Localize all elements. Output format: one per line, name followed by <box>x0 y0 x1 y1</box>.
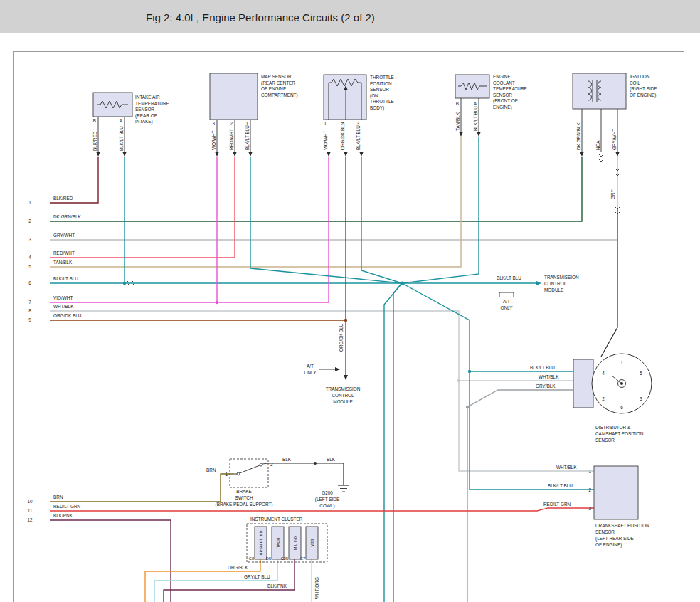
row-number: 5 <box>28 264 31 269</box>
distributor-terminal: 4 <box>602 371 605 376</box>
cluster-item-label: UPSHIFT IND <box>259 530 263 555</box>
cluster-item-label: VSS <box>310 539 314 546</box>
ect-sensor-box <box>455 75 489 98</box>
org-dk-blu-wire-label: ORG/DK BLU <box>339 323 344 352</box>
row-number: 9 <box>28 317 31 322</box>
row-number: 2 <box>28 218 31 223</box>
cluster-connector: C25 <box>281 556 288 561</box>
row-number: 1 <box>28 200 31 205</box>
cluster-wire-label: GRY/LT BLU <box>244 574 270 579</box>
cluster-wire-label: WHT/ORG <box>314 577 319 599</box>
row-label: BLK/LT BLU <box>53 276 78 281</box>
brake-pin-2: 2 <box>270 462 273 467</box>
ect-wire-label: TAN/BLK <box>455 112 460 131</box>
map-wire-label: VIO/WHT <box>211 131 216 150</box>
map-pin-1: 1 <box>245 121 248 126</box>
distributor-wire-label: WHT/BLK <box>539 374 559 379</box>
tps-wire-label: BLK/LT BLU <box>356 125 361 150</box>
iat-pin-a: A <box>120 118 123 123</box>
row-label: BLK/RED <box>53 196 73 201</box>
row-label: DK GRN/BLK <box>53 214 81 219</box>
ect-pin-a: A <box>474 101 477 106</box>
brake-pin-1: 1 <box>225 472 228 477</box>
map-wire-label: RED/WHT <box>229 129 234 150</box>
splice-dot <box>466 406 469 408</box>
splice-dot <box>123 282 126 285</box>
ect-pin-b: B <box>456 101 459 106</box>
iat-wire-label: BLK/RED <box>92 131 97 151</box>
distributor-terminal: 1 <box>620 360 623 365</box>
figure-title: Fig 2: 4.0L, Engine Performance Circuits… <box>146 11 375 23</box>
row-number: 7 <box>28 300 31 305</box>
iat-pin-b: B <box>93 118 96 123</box>
ignition-coil-box <box>573 73 626 109</box>
row-label: BLK/PNK <box>53 513 73 518</box>
cluster-title: INSTRUMENT CLUSTER <box>250 517 303 522</box>
at-only-note: ONLY <box>501 305 514 310</box>
cluster-item-label: TACH <box>276 538 280 549</box>
map-pin-3: 3 <box>212 121 215 126</box>
row-label: ORG/DK BLU <box>53 313 82 318</box>
splice-dot <box>468 370 471 373</box>
crank-pin: 3 <box>588 506 591 511</box>
wiring-diagram-page: Fig 2: 4.0L, Engine Performance Circuits… <box>0 0 700 602</box>
row-label: GRY/WHT <box>53 233 75 238</box>
tps-sensor-box <box>324 75 366 120</box>
blk-wire-label: BLK <box>282 457 292 462</box>
at-only-note: A/T <box>503 299 510 304</box>
tps-pin-3: 3 <box>356 121 359 126</box>
row-number: 11 <box>28 508 33 513</box>
crank-pin: 2 <box>588 487 591 492</box>
at-only-note: ONLY <box>304 370 317 375</box>
coil-wire-label: GRY/WHT <box>612 129 617 150</box>
tps-wire-label: VIO/WHT <box>323 131 328 150</box>
row-label: RED/LT GRN <box>53 504 80 509</box>
cluster-connector: C7 <box>300 556 305 561</box>
diagram-border <box>14 52 684 602</box>
distributor-terminal: 2 <box>602 396 605 401</box>
crank-wire-label: BLK/LT BLU <box>548 483 573 488</box>
main-junction-dot <box>400 281 403 285</box>
gry-wire-label: GRY <box>610 189 615 199</box>
crank-wire-label: WHT/BLK <box>556 465 577 470</box>
tps-wire-label: ORG/DK BLU <box>340 122 345 150</box>
row-number: 6 <box>28 280 31 285</box>
coil-wire-label: NCA <box>595 140 600 150</box>
row-number: 10 <box>27 499 33 504</box>
splice-dot <box>314 462 317 465</box>
map-pin-2: 2 <box>230 121 233 126</box>
crank-wire-label: RED/LT GRN <box>543 502 571 507</box>
crank-pin: 1 <box>588 469 591 474</box>
splice-dot <box>344 319 347 322</box>
tps-pin-1: 1 <box>324 121 327 126</box>
crank-sensor-box <box>594 466 638 519</box>
distributor-terminal: 5 <box>640 371 642 376</box>
at-only-note: A/T <box>307 364 314 369</box>
cluster-wire-label: ORG/BLK <box>228 565 248 570</box>
row-label: BRN <box>53 495 63 500</box>
iat-wire-label: BLK/LT BLU <box>119 126 124 151</box>
distributor-terminal: 3 <box>640 396 642 401</box>
cluster-connector: D5 <box>266 556 271 561</box>
splice-dot <box>216 301 218 304</box>
row-label: WHT/BLK <box>53 304 74 309</box>
cluster-item-label: MIL IND <box>293 536 297 550</box>
row-number: 12 <box>27 517 33 522</box>
row-number: 4 <box>28 255 31 260</box>
distributor-terminal: 6 <box>620 405 623 410</box>
blk-wire-label: BLK <box>327 457 336 462</box>
brn-wire-label: BRN <box>206 468 216 472</box>
row-label: RED/WHT <box>53 250 75 255</box>
row-label: VIO/WHT <box>53 295 73 300</box>
coil-wire-label: DK GRN/BLK <box>576 122 581 150</box>
distributor-connector-box <box>573 359 593 408</box>
splice-dot <box>457 379 460 382</box>
distributor-wire-label: GRY/BLK <box>536 384 556 389</box>
ect-wire-label: BLK/LT BLU <box>473 106 478 131</box>
map-wire-label: BLK/LT BLU <box>245 125 250 150</box>
row-number: 3 <box>28 237 31 242</box>
cluster-wire-label: BLK/PNK <box>267 583 287 588</box>
map-sensor-box <box>210 73 258 120</box>
row-number: 8 <box>28 308 31 313</box>
wiring-diagram-canvas: Fig 2: 4.0L, Engine Performance Circuits… <box>0 0 700 602</box>
